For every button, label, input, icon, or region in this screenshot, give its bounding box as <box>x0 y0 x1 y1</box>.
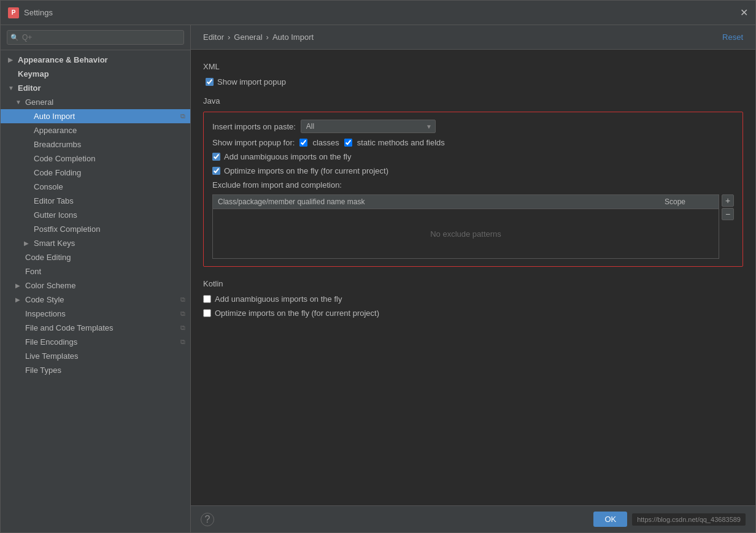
sidebar-item-general[interactable]: ▼ General <box>1 95 190 109</box>
exclude-label: Exclude from import and completion: <box>212 180 734 190</box>
breadcrumb-sep2: › <box>266 33 269 42</box>
xml-label: XML <box>203 62 743 71</box>
content-body: XML Show import popup Java Insert import… <box>191 50 755 505</box>
add-unambiguous-checkbox[interactable] <box>212 153 220 161</box>
copy-icon: ⧉ <box>180 296 185 304</box>
titlebar: P Settings ✕ <box>1 1 755 25</box>
breadcrumb-part2: General <box>234 33 262 42</box>
sidebar-item-keymap[interactable]: Keymap <box>1 67 190 81</box>
sidebar-item-appearance[interactable]: Appearance <box>1 123 190 137</box>
table-col-name: Class/package/member qualified name mask <box>218 197 665 206</box>
expand-icon: ▶ <box>15 296 24 303</box>
optimize-imports-label[interactable]: Optimize imports on the fly (for current… <box>224 166 388 175</box>
footer: ? OK https://blog.csdn.net/qq_43683589 <box>191 505 755 532</box>
add-unambiguous-label[interactable]: Add unambiguous imports on the fly <box>224 152 351 161</box>
kotlin-add-unambiguous-checkbox[interactable] <box>203 295 211 303</box>
close-button[interactable]: ✕ <box>740 7 748 18</box>
reset-button[interactable]: Reset <box>722 33 743 42</box>
table-body: No exclude patterns <box>213 209 719 258</box>
sidebar-item-gutter-icons[interactable]: Gutter Icons <box>1 208 190 222</box>
window-title: Settings <box>24 8 53 17</box>
table-empty-message: No exclude patterns <box>430 229 501 239</box>
sidebar-item-code-style[interactable]: ▶ Code Style ⧉ <box>1 293 190 307</box>
insert-imports-row: Insert imports on paste: All Ask None ▼ <box>212 120 734 133</box>
expand-icon: ▶ <box>24 240 33 247</box>
classes-checkbox[interactable] <box>299 139 307 147</box>
app-icon: P <box>8 7 19 18</box>
content-area: Editor › General › Auto Import Reset XML… <box>191 25 755 532</box>
url-bar: https://blog.csdn.net/qq_43683589 <box>632 513 746 526</box>
copy-icon: ⧉ <box>180 324 185 332</box>
optimize-imports-checkbox[interactable] <box>212 167 220 175</box>
breadcrumb-part3: Auto Import <box>272 33 314 42</box>
kotlin-label: Kotlin <box>203 279 743 288</box>
classes-label[interactable]: classes <box>312 138 339 147</box>
expand-icon: ▶ <box>8 56 17 63</box>
add-unambiguous-row: Add unambiguous imports on the fly <box>212 152 734 161</box>
sidebar-item-file-types[interactable]: File Types <box>1 363 190 377</box>
help-button[interactable]: ? <box>201 513 214 526</box>
xml-section: XML Show import popup <box>203 62 743 86</box>
sidebar-item-breadcrumbs[interactable]: Breadcrumbs <box>1 137 190 151</box>
show-import-popup-row: Show import popup for: classes static me… <box>212 138 734 147</box>
static-methods-label[interactable]: static methods and fields <box>357 138 445 147</box>
main-content: 🔍 ▶ Appearance & Behavior Keymap ▼ <box>1 25 755 532</box>
show-import-popup-label: Show import popup for: <box>212 138 295 147</box>
sidebar-item-editor-tabs[interactable]: Editor Tabs <box>1 194 190 208</box>
copy-icon: ⧉ <box>180 310 185 318</box>
static-methods-checkbox[interactable] <box>344 139 352 147</box>
xml-show-import-checkbox[interactable] <box>206 78 214 86</box>
table-col-scope: Scope <box>665 197 714 206</box>
kotlin-add-unambiguous-row: Add unambiguous imports on the fly <box>203 294 743 304</box>
xml-show-import-row: Show import popup <box>203 77 743 86</box>
kotlin-optimize-checkbox[interactable] <box>203 309 211 317</box>
insert-imports-label: Insert imports on paste: <box>212 122 296 131</box>
kotlin-add-unambiguous-label[interactable]: Add unambiguous imports on the fly <box>215 294 342 304</box>
kotlin-optimize-row: Optimize imports on the fly (for current… <box>203 309 743 318</box>
optimize-imports-row: Optimize imports on the fly (for current… <box>212 166 734 175</box>
exclude-table-container: Class/package/member qualified name mask… <box>212 194 734 259</box>
exclude-table: Class/package/member qualified name mask… <box>212 194 719 259</box>
table-header: Class/package/member qualified name mask… <box>213 195 719 209</box>
insert-imports-select[interactable]: All Ask None <box>301 120 436 133</box>
sidebar-item-file-code-templates[interactable]: File and Code Templates ⧉ <box>1 321 190 335</box>
search-input[interactable] <box>7 30 184 45</box>
table-add-button[interactable]: + <box>722 194 734 207</box>
ok-button[interactable]: OK <box>593 512 627 527</box>
sidebar-item-smart-keys[interactable]: ▶ Smart Keys <box>1 236 190 250</box>
xml-show-import-label[interactable]: Show import popup <box>217 77 286 86</box>
settings-window: P Settings ✕ 🔍 ▶ Appearance & Behavior <box>0 0 756 533</box>
nav-tree: ▶ Appearance & Behavior Keymap ▼ Editor … <box>1 50 190 532</box>
java-label: Java <box>203 96 743 105</box>
sidebar-item-postfix-completion[interactable]: Postfix Completion <box>1 222 190 236</box>
sidebar-item-code-completion[interactable]: Code Completion <box>1 151 190 166</box>
sidebar-item-editor[interactable]: ▼ Editor <box>1 81 190 95</box>
sidebar-item-color-scheme[interactable]: ▶ Color Scheme <box>1 278 190 293</box>
breadcrumb-sep1: › <box>228 33 230 42</box>
sidebar-item-console[interactable]: Console <box>1 180 190 194</box>
search-wrap: 🔍 <box>7 30 184 45</box>
content-header: Editor › General › Auto Import Reset <box>191 25 755 50</box>
breadcrumb: Editor › General › Auto Import <box>203 33 314 42</box>
expand-icon: ▶ <box>15 282 24 289</box>
table-remove-button[interactable]: − <box>722 208 734 220</box>
sidebar-item-live-templates[interactable]: Live Templates <box>1 349 190 363</box>
sidebar-item-code-folding[interactable]: Code Folding <box>1 166 190 180</box>
sidebar-item-file-encodings[interactable]: File Encodings ⧉ <box>1 335 190 349</box>
sidebar-item-font[interactable]: Font <box>1 264 190 278</box>
search-box: 🔍 <box>1 25 190 50</box>
copy-icon: ⧉ <box>180 338 185 346</box>
search-icon: 🔍 <box>10 34 19 42</box>
expand-icon: ▼ <box>15 99 24 105</box>
sidebar-item-inspections[interactable]: Inspections ⧉ <box>1 307 190 321</box>
table-side-buttons: + − <box>719 194 734 259</box>
sidebar-item-auto-import[interactable]: Auto Import ⧉ <box>1 109 190 123</box>
sidebar-item-appearance-behavior[interactable]: ▶ Appearance & Behavior <box>1 53 190 67</box>
breadcrumb-part1: Editor <box>203 33 224 42</box>
kotlin-section: Kotlin Add unambiguous imports on the fl… <box>203 279 743 318</box>
copy-icon: ⧉ <box>180 112 185 120</box>
sidebar: 🔍 ▶ Appearance & Behavior Keymap ▼ <box>1 25 191 532</box>
sidebar-item-code-editing[interactable]: Code Editing <box>1 250 190 264</box>
kotlin-optimize-label[interactable]: Optimize imports on the fly (for current… <box>215 309 379 318</box>
insert-imports-select-wrap: All Ask None ▼ <box>301 120 436 133</box>
